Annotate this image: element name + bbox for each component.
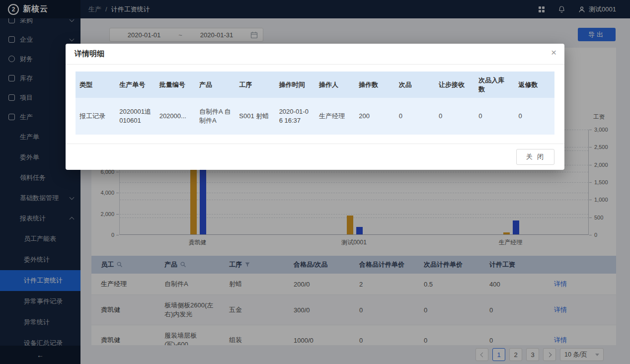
detail-column-header: 批量编号 xyxy=(156,72,195,98)
detail-table-cell: 0 xyxy=(435,98,474,135)
close-icon[interactable]: × xyxy=(551,48,556,57)
modal-title: 详情明细 xyxy=(75,49,104,59)
detail-table-row: 报工记录2020001追010601202000...自制件A 自制件AS001… xyxy=(76,98,554,135)
detail-table-cell: 自制件A 自制件A xyxy=(195,98,235,135)
detail-column-header: 生产单号 xyxy=(115,72,155,98)
detail-table-cell: 2020001追010601 xyxy=(115,98,155,135)
modal-footer: 关 闭 xyxy=(66,144,564,170)
detail-column-header: 操作时间 xyxy=(275,72,315,98)
detail-column-header: 产品 xyxy=(195,72,235,98)
detail-table-cell: S001 射蜡 xyxy=(235,98,275,135)
detail-column-header: 次品 xyxy=(395,72,435,98)
detail-table-cell: 0 xyxy=(515,98,554,135)
detail-column-header: 工序 xyxy=(235,72,275,98)
detail-table-cell: 202000... xyxy=(156,98,195,135)
detail-column-header: 让步接收 xyxy=(435,72,474,98)
detail-column-header: 操作人 xyxy=(315,72,355,98)
header-row: 类型生产单号批量编号产品工序操作时间操作人操作数次品让步接收次品入库数返修数 xyxy=(76,72,554,98)
detail-table-cell: 报工记录 xyxy=(76,98,115,135)
detail-modal: 详情明细 × 类型生产单号批量编号产品工序操作时间操作人操作数次品让步接收次品入… xyxy=(66,44,564,170)
modal-header: 详情明细 × xyxy=(66,44,564,65)
detail-column-header: 返修数 xyxy=(515,72,554,98)
detail-table: 类型生产单号批量编号产品工序操作时间操作人操作数次品让步接收次品入库数返修数 报… xyxy=(76,72,554,135)
detail-table-cell: 0 xyxy=(395,98,435,135)
detail-column-header: 类型 xyxy=(76,72,115,98)
modal-close-button[interactable]: 关 闭 xyxy=(516,149,554,165)
detail-table-cell: 2020-01-06 16:37 xyxy=(275,98,315,135)
detail-table-cell: 0 xyxy=(474,98,514,135)
app-root: 2 新核云 生产 / 计件工资统计 测试0001 采购企业财务库存项目生产生产单… xyxy=(0,0,630,364)
detail-table-cell: 200 xyxy=(355,98,394,135)
detail-table-body: 报工记录2020001追010601202000...自制件A 自制件AS001… xyxy=(76,98,554,135)
detail-column-header: 操作数 xyxy=(355,72,394,98)
detail-column-header: 次品入库数 xyxy=(474,72,514,98)
modal-body: 类型生产单号批量编号产品工序操作时间操作人操作数次品让步接收次品入库数返修数 报… xyxy=(66,65,564,144)
detail-table-cell: 生产经理 xyxy=(315,98,355,135)
detail-table-head: 类型生产单号批量编号产品工序操作时间操作人操作数次品让步接收次品入库数返修数 xyxy=(76,72,554,98)
